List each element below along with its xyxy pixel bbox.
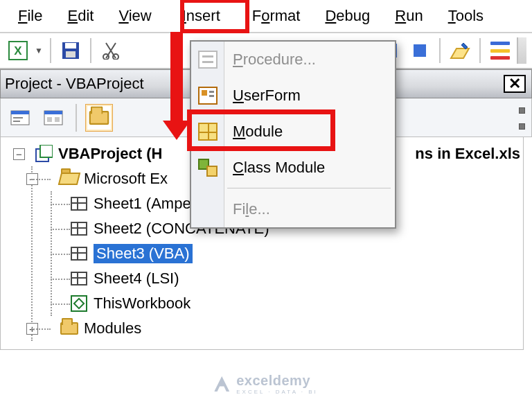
menu-insert[interactable]: InsertInsert	[170, 3, 233, 29]
menu-edit[interactable]: EditEdit	[55, 3, 106, 29]
pane-grip	[517, 106, 526, 130]
insert-class-module-item[interactable]: Class ModuleClass Module	[191, 150, 395, 186]
svg-rect-16	[44, 111, 62, 114]
insert-userform-item[interactable]: UserFormUserForm	[191, 78, 395, 114]
folder-open-icon	[60, 173, 79, 185]
tree-modules-folder[interactable]: + Modules	[33, 316, 523, 341]
svg-rect-14	[13, 121, 20, 122]
insert-dropdown: Procedure...Procedure... UserFormUserFor…	[190, 40, 396, 229]
menu-format[interactable]: FormatFormat	[240, 3, 313, 29]
toolbar-overflow-edge	[517, 37, 526, 64]
tree-node-label-selected: Sheet3 (VBA)	[94, 244, 193, 263]
svg-point-6	[113, 54, 118, 60]
folder-icon	[60, 322, 78, 335]
tree-node-label: Sheet4 (LSI)	[94, 270, 179, 288]
menu-file[interactable]: FFileile	[6, 3, 55, 29]
tree-node-label: Microsoft Ex	[84, 170, 168, 188]
svg-rect-12	[11, 111, 29, 114]
tree-node-label: ThisWorkbook	[94, 295, 190, 313]
tree-node-label: VBAProject (H	[58, 145, 162, 163]
toolbar-separator	[479, 38, 481, 63]
svg-rect-20	[40, 145, 53, 157]
worksheet-icon	[71, 222, 87, 236]
view-object-icon[interactable]	[39, 104, 67, 132]
excel-app-icon[interactable]: X	[6, 38, 30, 63]
menu-tools[interactable]: ToolsTools	[436, 3, 496, 29]
expand-icon[interactable]: +	[26, 323, 38, 335]
svg-rect-4	[66, 51, 76, 58]
dropdown-separator	[191, 186, 395, 191]
design-mode-icon[interactable]	[447, 38, 472, 63]
menu-debug[interactable]: DebugDebug	[312, 3, 382, 29]
toolbar-separator	[76, 104, 77, 132]
svg-rect-17	[47, 117, 52, 122]
collapse-icon[interactable]: −	[26, 173, 38, 185]
workbook-icon	[71, 295, 87, 312]
module-icon	[198, 123, 218, 141]
tree-sheet-item[interactable]: Sheet4 (LSI)	[52, 266, 523, 291]
watermark-logo-icon	[214, 376, 229, 392]
menu-run[interactable]: RunRun	[382, 3, 435, 29]
watermark-tagline: EXCEL · DATA · BI	[236, 389, 318, 395]
svg-marker-10	[451, 49, 469, 58]
toggle-folders-icon[interactable]	[85, 104, 113, 132]
save-icon[interactable]	[58, 38, 83, 63]
insert-file-item: File...File...	[191, 191, 395, 227]
project-explorer-icon[interactable]	[488, 38, 513, 63]
stop-icon[interactable]	[407, 38, 432, 63]
project-pane-title: Project - VBAProject	[5, 75, 144, 93]
menubar: FFileile EditEdit ViewView InsertInsert …	[0, 0, 532, 33]
vba-project-icon	[35, 145, 53, 163]
procedure-icon	[198, 51, 218, 69]
cut-icon[interactable]	[98, 38, 123, 63]
svg-point-5	[103, 54, 109, 60]
tree-sheet-item[interactable]: Sheet3 (VBA)	[52, 241, 523, 266]
watermark-brand: exceldemy	[236, 373, 310, 388]
toolbar-separator	[50, 38, 51, 63]
menu-view[interactable]: ViewView	[106, 3, 163, 29]
worksheet-icon	[71, 247, 87, 261]
insert-module-item[interactable]: ModuleModule	[191, 114, 395, 150]
tree-node-label: Modules	[84, 319, 141, 337]
view-code-icon[interactable]	[6, 104, 34, 132]
toolbar-separator	[439, 38, 441, 63]
insert-procedure-item: Procedure...Procedure...	[191, 42, 395, 78]
userform-icon	[198, 87, 218, 105]
worksheet-icon	[71, 272, 87, 285]
close-button[interactable]: ✕	[504, 75, 526, 93]
toolbar-separator	[90, 38, 91, 63]
svg-rect-3	[65, 43, 76, 49]
svg-rect-13	[13, 117, 23, 118]
svg-text:X: X	[14, 44, 22, 58]
svg-rect-9	[414, 44, 426, 57]
class-module-icon	[198, 159, 218, 177]
worksheet-icon	[71, 197, 87, 211]
svg-rect-18	[55, 117, 60, 122]
collapse-icon[interactable]: −	[13, 148, 25, 160]
tree-node-label-tail: ns in Excel.xls	[415, 145, 520, 163]
tree-thisworkbook-item[interactable]: ThisWorkbook	[52, 291, 523, 316]
watermark: exceldemy EXCEL · DATA · BI	[214, 373, 318, 395]
